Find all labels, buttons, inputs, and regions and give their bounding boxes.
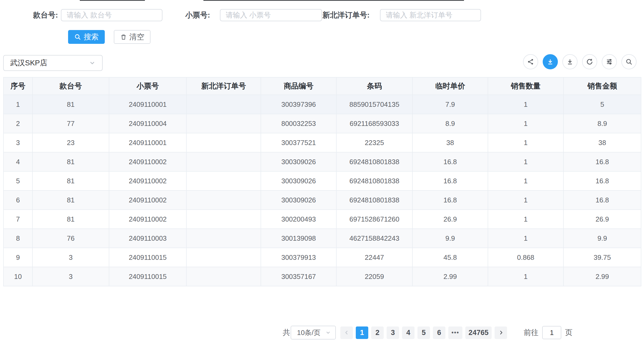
table-cell: 300200493 (261, 210, 336, 229)
col-header-index: 序号 (3, 77, 32, 95)
xinbeiyang-order-input[interactable] (380, 9, 481, 21)
table-cell: 16.8 (412, 171, 488, 190)
clear-button[interactable]: 清空 (114, 30, 150, 44)
refresh-button[interactable] (582, 54, 597, 69)
col-header-receipt: 小票号 (109, 77, 186, 95)
table-row[interactable]: 277240911000480003225369211685930338.918… (3, 114, 641, 133)
table-cell: 38 (563, 133, 641, 152)
goto-page-input[interactable] (542, 326, 561, 339)
page-button-5[interactable]: 5 (417, 326, 430, 339)
goto-label: 前往 (524, 328, 538, 338)
table-cell: 1 (488, 114, 563, 133)
table-row[interactable]: 4812409110002300309026692481080183816.81… (3, 152, 641, 171)
table-cell: 3 (32, 248, 109, 267)
table-cell: 6971528671260 (336, 210, 412, 229)
table-cell (186, 171, 261, 190)
share-button[interactable] (523, 54, 538, 69)
table-cell (186, 267, 261, 286)
download-button[interactable] (543, 54, 558, 69)
table-cell: 300139098 (261, 229, 336, 248)
table-cell: 300309026 (261, 190, 336, 210)
column-settings-button[interactable] (602, 54, 617, 69)
chevron-right-icon (498, 330, 504, 336)
table-cell: 3 (32, 267, 109, 286)
table-cell: 300379913 (261, 248, 336, 267)
page-size-select[interactable]: 10条/页 (291, 326, 336, 339)
chevron-down-icon (89, 60, 96, 66)
table-row[interactable]: 181240911000130039739688590157041357.915 (3, 95, 641, 114)
ellipsis-button[interactable]: ••• (448, 326, 462, 339)
search-icon (625, 58, 633, 65)
page-button-2[interactable]: 2 (371, 326, 384, 339)
last-page-button[interactable]: 24765 (465, 326, 492, 339)
table-cell (186, 248, 261, 267)
sales-table: 序号 款台号 小票号 新北洋订单号 商品编号 条码 临时单价 销售数量 销售金额… (3, 77, 641, 286)
table-cell: 2409110002 (109, 152, 186, 171)
search-button-label: 搜索 (84, 32, 99, 42)
page-button-6[interactable]: 6 (433, 326, 445, 339)
table-row[interactable]: 6812409110002300309026692481080183816.81… (3, 190, 641, 210)
table-cell: 16.8 (563, 152, 641, 171)
goto-page-group: 前往 页 (524, 326, 572, 339)
table-search-button[interactable] (621, 54, 637, 69)
table-cell: 5 (563, 95, 641, 114)
table-cell: 16.8 (563, 190, 641, 210)
page-button-4[interactable]: 4 (402, 326, 415, 339)
col-header-amount: 销售金额 (563, 77, 641, 95)
table-cell: 45.8 (412, 248, 488, 267)
table-row[interactable]: 5812409110002300309026692481080183816.81… (3, 171, 641, 190)
table-cell: 1 (488, 95, 563, 114)
page-button-1[interactable]: 1 (356, 326, 368, 339)
col-header-product-no: 商品编号 (261, 77, 336, 95)
table-cell (186, 133, 261, 152)
table-body: 181240911000130039739688590157041357.915… (3, 95, 641, 286)
share-icon (527, 58, 534, 65)
table-cell: 4 (3, 152, 32, 171)
table-cell: 9.9 (412, 229, 488, 248)
refresh-icon (586, 58, 593, 65)
table-cell: 22447 (336, 248, 412, 267)
prev-page-button[interactable] (340, 326, 353, 339)
table-row[interactable]: 9324091100153003799132244745.80.86839.75 (3, 248, 641, 267)
table-cell: 2.99 (412, 267, 488, 286)
store-select[interactable]: 武汉SKP店 (3, 55, 103, 71)
table-cell: 1 (488, 171, 563, 190)
table-row[interactable]: 32324091100013003775212232538138 (3, 133, 641, 152)
table-cell: 300309026 (261, 152, 336, 171)
table-cell (186, 210, 261, 229)
table-row[interactable]: 876240911000330013909846271588422439.919… (3, 229, 641, 248)
table-cell: 3 (3, 133, 32, 152)
table-cell: 9 (3, 248, 32, 267)
table-row[interactable]: 7812409110002300200493697152867126026.91… (3, 210, 641, 229)
table-cell: 2409110001 (109, 95, 186, 114)
cashdesk-label: 款台号: (24, 9, 58, 21)
cashdesk-input[interactable] (61, 9, 162, 21)
table-cell: 39.75 (563, 248, 641, 267)
table-cell (186, 152, 261, 171)
table-cell (186, 95, 261, 114)
col-header-xby-order: 新北洋订单号 (186, 77, 261, 95)
table-cell: 9.9 (563, 229, 641, 248)
col-header-cashdesk: 款台号 (32, 77, 109, 95)
table-cell: 2409110001 (109, 133, 186, 152)
table-cell: 2409110003 (109, 229, 186, 248)
table-cell: 6924810801838 (336, 171, 412, 190)
table-cell: 16.8 (412, 190, 488, 210)
table-cell (186, 190, 261, 210)
trash-icon (120, 34, 127, 40)
table-row[interactable]: 1032409110015300357167220592.9912.99 (3, 267, 641, 286)
table-cell: 2409110015 (109, 267, 186, 286)
page-button-3[interactable]: 3 (387, 326, 399, 339)
table-cell: 16.8 (563, 171, 641, 190)
table-cell (186, 114, 261, 133)
table-cell: 300309026 (261, 171, 336, 190)
table-cell: 0.868 (488, 248, 563, 267)
table-cell: 81 (32, 171, 109, 190)
download-secondary-button[interactable] (562, 54, 578, 69)
table-cell: 8.9 (412, 114, 488, 133)
xinbeiyang-order-label: 新北洋订单号: (306, 9, 370, 21)
next-page-button[interactable] (495, 326, 507, 339)
search-button[interactable]: 搜索 (68, 30, 105, 44)
page: 款台号: 小票号: 新北洋订单号: 搜索 清空 武汉SKP店 (0, 0, 644, 348)
col-header-barcode: 条码 (336, 77, 412, 95)
